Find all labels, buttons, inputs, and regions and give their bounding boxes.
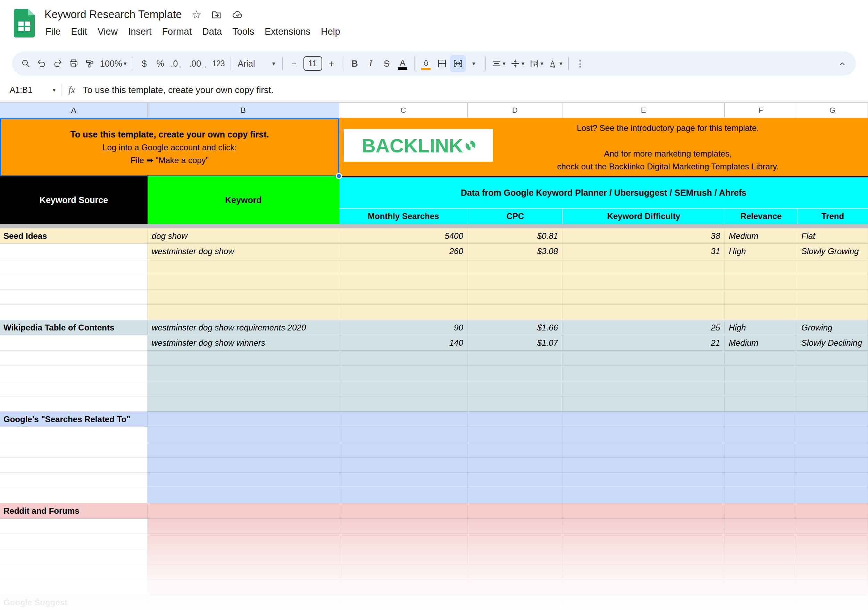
cell[interactable] — [468, 534, 563, 549]
cell[interactable] — [0, 549, 147, 564]
cell[interactable] — [339, 442, 468, 457]
increase-font-size-button[interactable]: + — [324, 55, 339, 72]
sub-header-relevance[interactable]: Relevance — [725, 208, 797, 224]
cell[interactable] — [147, 290, 339, 305]
cell[interactable] — [797, 519, 868, 534]
banner-right-cells[interactable]: Lost? See the introductory page for this… — [468, 118, 868, 177]
cell[interactable] — [468, 549, 563, 564]
more-options-button[interactable]: ⋮ — [572, 55, 588, 72]
cell[interactable] — [0, 397, 147, 412]
cell[interactable] — [0, 290, 147, 305]
cell[interactable]: 38 — [563, 228, 725, 244]
menu-file[interactable]: File — [40, 24, 66, 39]
cell[interactable] — [468, 580, 563, 595]
format-currency-button[interactable]: $ — [136, 55, 152, 72]
cell[interactable] — [339, 274, 468, 290]
cell[interactable] — [339, 305, 468, 320]
cell[interactable]: westminster dog show requirements 2020 — [147, 320, 339, 335]
cell[interactable]: Medium — [725, 228, 797, 244]
cell[interactable] — [147, 549, 339, 564]
cell[interactable] — [797, 473, 868, 488]
cell[interactable] — [797, 549, 868, 564]
cell[interactable] — [725, 427, 797, 442]
cell[interactable] — [468, 442, 563, 457]
cell[interactable]: 140 — [339, 335, 468, 351]
cell[interactable] — [725, 564, 797, 580]
text-rotation-button[interactable]: ▾ — [546, 55, 565, 72]
cell[interactable] — [468, 427, 563, 442]
cell[interactable] — [563, 412, 725, 427]
cell[interactable] — [0, 473, 147, 488]
redo-button[interactable] — [50, 55, 66, 72]
cell[interactable] — [0, 442, 147, 457]
cell-section-label[interactable]: Reddit and Forums — [0, 504, 147, 519]
cell[interactable] — [0, 580, 147, 595]
text-wrap-button[interactable]: ▾ — [527, 55, 546, 72]
cell[interactable] — [0, 564, 147, 580]
cell[interactable] — [797, 534, 868, 549]
cell[interactable] — [725, 397, 797, 412]
cell[interactable] — [0, 305, 147, 320]
sheets-logo[interactable] — [14, 9, 35, 37]
format-percent-button[interactable]: % — [152, 55, 168, 72]
strikethrough-button[interactable]: S — [379, 55, 395, 72]
cell[interactable] — [725, 290, 797, 305]
cell[interactable] — [563, 366, 725, 381]
cell[interactable]: Slowly Declining — [797, 335, 868, 351]
menu-edit[interactable]: Edit — [66, 24, 93, 39]
cell[interactable] — [339, 366, 468, 381]
cell[interactable]: Medium — [725, 335, 797, 351]
cell[interactable]: dog show — [147, 228, 339, 244]
cell[interactable] — [339, 290, 468, 305]
cell[interactable] — [339, 595, 468, 610]
cell[interactable] — [147, 457, 339, 473]
cell[interactable] — [339, 351, 468, 366]
cell[interactable]: westminster dog show — [147, 244, 339, 259]
cell[interactable]: 260 — [339, 244, 468, 259]
cell[interactable] — [147, 274, 339, 290]
fill-color-button[interactable] — [418, 55, 434, 72]
hide-menus-button[interactable] — [834, 55, 850, 72]
cell[interactable]: $0.81 — [468, 228, 563, 244]
cell[interactable] — [339, 259, 468, 274]
cell[interactable]: $1.07 — [468, 335, 563, 351]
cell[interactable] — [563, 534, 725, 549]
selection-handle[interactable] — [336, 173, 342, 179]
cell[interactable] — [725, 442, 797, 457]
menu-help[interactable]: Help — [316, 24, 346, 39]
cell[interactable] — [147, 519, 339, 534]
cell[interactable] — [725, 351, 797, 366]
cell[interactable] — [563, 351, 725, 366]
cell[interactable] — [468, 366, 563, 381]
column-header-D[interactable]: D — [468, 103, 563, 118]
cell[interactable] — [797, 351, 868, 366]
cell[interactable] — [725, 412, 797, 427]
cell[interactable] — [725, 259, 797, 274]
cell[interactable] — [725, 580, 797, 595]
sub-header-keyword-difficulty[interactable]: Keyword Difficulty — [563, 208, 725, 224]
cell[interactable] — [147, 580, 339, 595]
star-icon[interactable]: ☆ — [192, 9, 202, 20]
cell[interactable] — [147, 366, 339, 381]
cell[interactable]: 90 — [339, 320, 468, 335]
cell[interactable] — [468, 564, 563, 580]
cell[interactable] — [339, 564, 468, 580]
cell[interactable]: 31 — [563, 244, 725, 259]
cell[interactable] — [563, 595, 725, 610]
cell[interactable]: High — [725, 320, 797, 335]
header-keyword[interactable]: Keyword — [147, 177, 339, 224]
cell[interactable] — [468, 351, 563, 366]
cell[interactable] — [0, 427, 147, 442]
cell[interactable] — [563, 305, 725, 320]
cell[interactable] — [797, 580, 868, 595]
cell[interactable] — [725, 305, 797, 320]
cell[interactable] — [797, 488, 868, 504]
cell[interactable]: $3.08 — [468, 244, 563, 259]
cell-A1B1[interactable]: To use this template, create your own co… — [0, 118, 339, 177]
cell[interactable] — [0, 366, 147, 381]
cell[interactable] — [563, 549, 725, 564]
cell[interactable] — [797, 366, 868, 381]
cell[interactable] — [725, 473, 797, 488]
text-color-button[interactable]: A — [395, 55, 411, 72]
cell[interactable] — [339, 397, 468, 412]
